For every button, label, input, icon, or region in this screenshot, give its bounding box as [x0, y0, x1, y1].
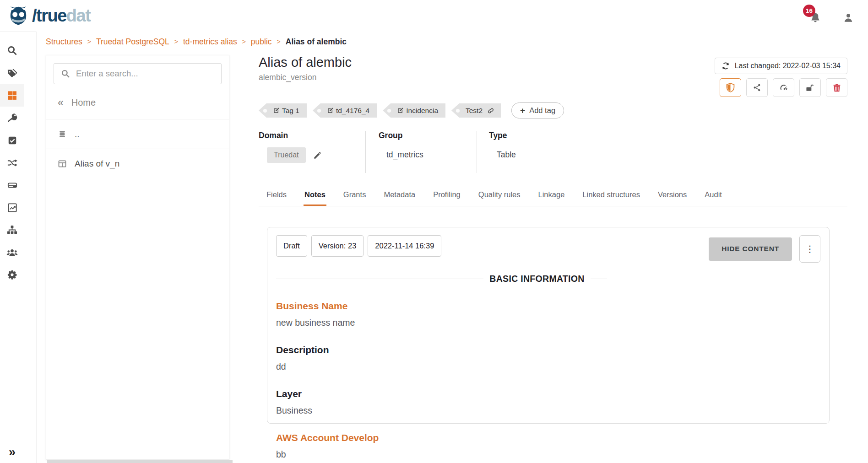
tab-profiling[interactable]: Profiling: [432, 186, 461, 206]
breadcrumb-separator: >: [87, 38, 91, 45]
structure-browser-panel: « Home .. Alias of v_n: [46, 55, 229, 460]
note-menu-button[interactable]: ⋮: [799, 235, 820, 263]
breadcrumb-item[interactable]: Truedat PostgreSQL: [96, 37, 169, 47]
tab-metadata[interactable]: Metadata: [383, 186, 416, 206]
note-field: Description dd: [276, 345, 820, 372]
rail-tasks-icon[interactable]: [0, 129, 24, 151]
tag-chip[interactable]: Tag 1: [259, 103, 307, 118]
tab-grants[interactable]: Grants: [342, 186, 367, 206]
breadcrumb-separator: >: [242, 38, 246, 45]
breadcrumb-current: Alias of alembic: [286, 37, 347, 47]
kebab-icon: ⋮: [805, 243, 814, 254]
search-box[interactable]: [54, 63, 222, 84]
expand-sidebar-icon[interactable]: »: [0, 446, 24, 458]
top-bar: /truedat 16: [0, 0, 868, 32]
note-version-badge: Version: 23: [311, 235, 364, 257]
edit-domain-button[interactable]: [313, 151, 322, 160]
browser-item-structure[interactable]: Alias of v_n: [46, 149, 229, 178]
note-field: Layer Business: [276, 388, 820, 416]
tags-row: Tag 1 td_4176_4 Incidencia Test2: [259, 102, 847, 118]
gauge-icon: [779, 83, 788, 92]
group-label: Group: [379, 131, 477, 140]
note-field-label: Layer: [276, 388, 820, 399]
search-input[interactable]: [76, 69, 214, 79]
browser-item-label: Alias of v_n: [75, 159, 119, 169]
pencil-icon: [313, 151, 322, 160]
share-button[interactable]: [746, 78, 768, 97]
note-header-actions: HIDE CONTENT ⋮: [709, 235, 820, 263]
tab-notes[interactable]: Notes: [304, 186, 326, 206]
note-field-label: Description: [276, 345, 820, 355]
edit-icon: [327, 107, 334, 114]
tab-versions[interactable]: Versions: [657, 186, 688, 206]
icon-rail: »: [0, 32, 37, 463]
link-icon: [487, 107, 494, 114]
horizontal-scrollbar[interactable]: [47, 460, 233, 463]
rail-modules-icon[interactable]: [0, 84, 24, 107]
note-status-badge: Draft: [276, 235, 307, 257]
rail-lineage-icon[interactable]: [0, 219, 24, 241]
rail-key-icon[interactable]: [0, 107, 24, 129]
hide-content-button[interactable]: HIDE CONTENT: [709, 237, 792, 261]
rail-settings-icon[interactable]: [0, 264, 24, 286]
note-field-label: AWS Account Develop: [276, 432, 820, 443]
note-field-value: Business: [276, 405, 820, 416]
chevrons-left-icon: «: [58, 97, 64, 108]
notifications-button[interactable]: 16: [809, 12, 821, 24]
edit-icon: [273, 107, 280, 114]
breadcrumb-item[interactable]: public: [251, 37, 272, 47]
shield-icon: [726, 83, 735, 92]
browser-item-label: ..: [75, 129, 80, 139]
divider: [276, 279, 483, 279]
group-value: td_metrics: [379, 150, 477, 160]
rail-analytics-icon[interactable]: [0, 196, 24, 219]
tab-fields[interactable]: Fields: [266, 186, 288, 206]
rail-storage-icon[interactable]: [0, 174, 24, 196]
user-menu-button[interactable]: [842, 12, 854, 24]
breadcrumb-item[interactable]: td-metrics alias: [183, 37, 237, 47]
note-badges: Draft Version: 23 2022-11-14 16:39: [276, 235, 441, 257]
note-header: Draft Version: 23 2022-11-14 16:39 HIDE …: [276, 235, 820, 263]
structure-header: Alias of alembic alembic_version Last ch…: [259, 55, 847, 95]
tab-audit[interactable]: Audit: [704, 186, 723, 206]
notification-badge: 16: [803, 5, 815, 17]
domain-chip[interactable]: Truedat: [267, 147, 306, 163]
add-tag-label: Add tag: [529, 106, 555, 115]
brand-text: /truedat: [32, 6, 90, 26]
note-section-header: BASIC INFORMATION: [276, 274, 820, 284]
tag-chip[interactable]: Incidencia: [383, 103, 445, 118]
truedat-logo[interactable]: /truedat: [6, 4, 90, 28]
database-icon: [58, 129, 67, 139]
rail-shuffle-icon[interactable]: [0, 151, 24, 174]
unlock-button[interactable]: [799, 78, 821, 97]
main-content: Alias of alembic alembic_version Last ch…: [259, 51, 847, 424]
confidential-button[interactable]: [720, 78, 741, 97]
delete-button[interactable]: [826, 78, 847, 97]
tab-quality-rules[interactable]: Quality rules: [477, 186, 521, 206]
browser-home-link[interactable]: « Home: [46, 89, 229, 119]
rail-search-icon[interactable]: [0, 39, 24, 62]
note-field-value: dd: [276, 361, 820, 372]
breadcrumb-separator: >: [174, 38, 178, 45]
add-tag-button[interactable]: + Add tag: [511, 102, 564, 118]
search-icon: [61, 69, 70, 78]
tab-linked-structures[interactable]: Linked structures: [581, 186, 641, 206]
home-label: Home: [71, 97, 96, 108]
tag-label: Tag 1: [282, 107, 299, 115]
rail-users-icon[interactable]: [0, 241, 24, 264]
refresh-icon: [722, 62, 730, 70]
tab-linkage[interactable]: Linkage: [537, 186, 566, 206]
quality-gauge-button[interactable]: [773, 78, 794, 97]
browser-item-parent[interactable]: ..: [46, 119, 229, 149]
tag-chip[interactable]: td_4176_4: [313, 103, 377, 118]
last-changed-button[interactable]: Last changed: 2022-02-03 15:34: [715, 58, 847, 74]
table-icon: [58, 159, 67, 168]
breadcrumb-item[interactable]: Structures: [46, 37, 82, 47]
note-field-label: Business Name: [276, 301, 820, 312]
tag-chip[interactable]: Test2: [451, 103, 501, 118]
domain-label: Domain: [259, 131, 365, 140]
trash-icon: [833, 83, 841, 92]
breadcrumb-separator: >: [277, 38, 281, 45]
domain-column: Domain Truedat: [259, 131, 365, 173]
rail-tags-icon[interactable]: [0, 62, 24, 84]
